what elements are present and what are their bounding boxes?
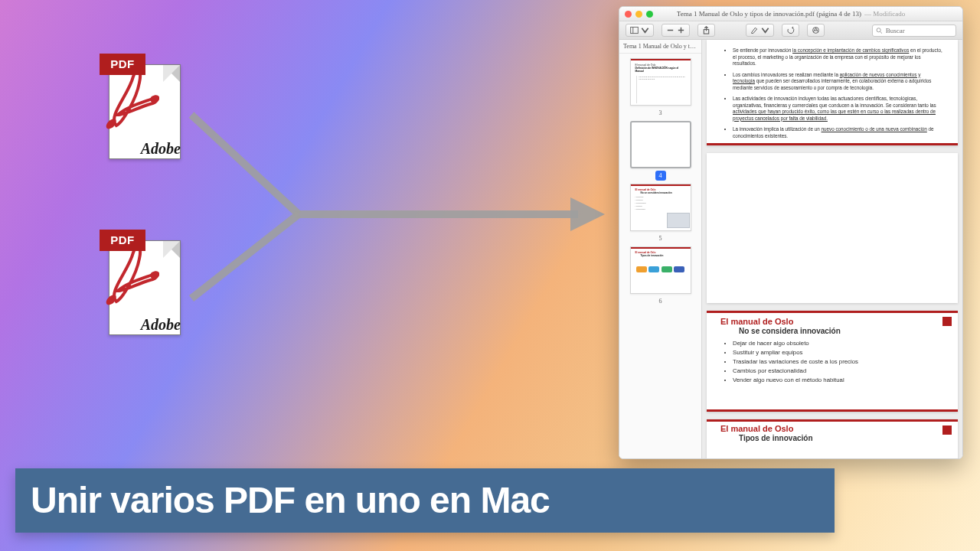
merge-arrow-icon <box>176 69 605 314</box>
document-page: Se entiende por innovación la concepción… <box>707 40 958 145</box>
thumbnail-sidebar: Tema 1 Manual de Oslo y tipos d… El manu… <box>619 40 702 458</box>
slide-bullet: Vender algo nuevo con el método habitual <box>733 377 946 383</box>
page-thumbnail[interactable]: 4 <box>630 121 691 181</box>
pdf-badge: PDF <box>100 230 145 251</box>
window-titlebar[interactable]: Tema 1 Manual de Oslo y tipos de innovac… <box>619 7 962 21</box>
slide-title: El manual de Oslo <box>720 424 946 433</box>
slide-bullet: La innovación implica la utilización de … <box>733 126 942 139</box>
window-toolbar <box>619 21 962 40</box>
share-button[interactable] <box>697 24 715 37</box>
document-page: El manual de Oslo Tipos de innovación <box>707 419 958 458</box>
svg-line-8 <box>880 31 882 33</box>
thumbnail-page-number: 4 <box>655 171 666 181</box>
slide-bullet: Cambios por estacionalidad <box>733 367 946 374</box>
markup-toolbar-button[interactable] <box>807 24 825 37</box>
document-page: El manual de Oslo No se considera innova… <box>707 311 958 412</box>
chevron-down-icon <box>761 26 769 34</box>
sidebar-view-button[interactable] <box>626 24 654 37</box>
svg-point-7 <box>877 28 880 31</box>
slide-bullet: Sustituir y ampliar equipos <box>733 349 946 356</box>
window-title: Tema 1 Manual de Oslo y tipos de innovac… <box>677 10 861 18</box>
adobe-swirl-icon <box>106 245 159 311</box>
search-input[interactable] <box>886 27 952 34</box>
pdf-source-icon-2: PDF Adobe <box>100 230 184 337</box>
minimize-window-button[interactable] <box>635 11 642 18</box>
zoom-window-button[interactable] <box>646 11 653 18</box>
svg-rect-0 <box>631 27 639 33</box>
search-field[interactable] <box>872 24 956 37</box>
chevron-down-icon <box>641 26 649 34</box>
pdf-source-icon-1: PDF Adobe <box>100 54 184 161</box>
sidebar-doc-title[interactable]: Tema 1 Manual de Oslo y tipos d… <box>619 40 701 54</box>
window-modified-label: — Modificado <box>864 10 905 18</box>
adobe-label: Adobe <box>141 140 181 158</box>
highlight-button[interactable] <box>746 24 774 37</box>
zoom-group[interactable] <box>662 24 690 37</box>
slide-bullet: Trasladar las variaciones de coste a los… <box>733 358 946 365</box>
video-caption-bar: Unir varios PDF en uno en Mac <box>15 468 835 533</box>
thumbnail-page-number: 3 <box>655 108 666 118</box>
search-icon <box>876 27 883 34</box>
slide-bullet: Los cambios innovadores se realizan medi… <box>733 72 942 92</box>
rotate-button[interactable] <box>782 24 799 37</box>
adobe-swirl-icon <box>106 69 159 135</box>
slide-bullet: Se entiende por innovación la concepción… <box>733 47 942 67</box>
preview-window: Tema 1 Manual de Oslo y tipos de innovac… <box>619 6 963 459</box>
slide-title: El manual de Oslo <box>720 317 946 326</box>
thumbnail-page-number: 5 <box>655 233 666 243</box>
slide-bullet: Dejar de hacer algo obsoleto <box>733 340 946 347</box>
document-page <box>707 153 958 303</box>
page-thumbnail[interactable]: El manual de OsloDefinición de INNOVACIÓ… <box>630 58 691 118</box>
document-viewport[interactable]: Se entiende por innovación la concepción… <box>702 40 962 458</box>
pdf-badge: PDF <box>100 54 145 75</box>
slide-subtitle: No se considera innovación <box>739 327 946 335</box>
slide-subtitle: Tipos de innovación <box>739 434 946 442</box>
close-window-button[interactable] <box>625 11 632 18</box>
thumbnail-page-number: 6 <box>655 296 666 306</box>
page-thumbnail[interactable]: El manual de Oslo No se considera innova… <box>630 184 691 243</box>
slide-bullet: Las actividades de innovación incluyen t… <box>733 96 942 122</box>
adobe-label: Adobe <box>141 316 181 334</box>
page-thumbnail[interactable]: El manual de Oslo Tipos de innovación 6 <box>630 246 691 306</box>
window-traffic-lights <box>625 7 653 21</box>
